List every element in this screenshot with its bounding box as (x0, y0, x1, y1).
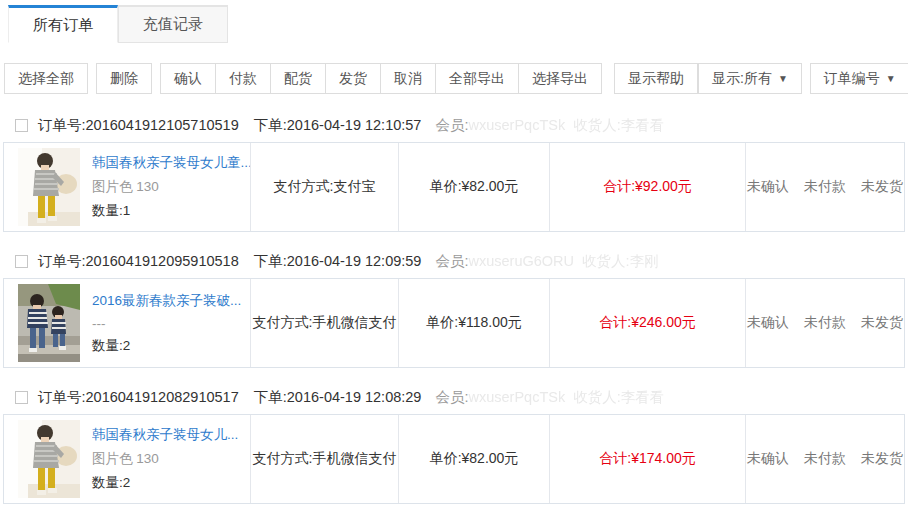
allocate-button[interactable]: 配货 (271, 63, 326, 94)
order-block: 订单号:2016041912082910517 下单:2016-04-19 12… (3, 380, 905, 504)
unit-price-cell: 单价:¥118.00元 (398, 279, 549, 367)
confirm-button[interactable]: 确认 (160, 63, 216, 94)
product-image[interactable] (18, 284, 80, 362)
order-placed-time: 下单:2016-04-19 12:08:29 (254, 388, 422, 407)
product-quantity: 数量:2 (92, 337, 241, 355)
tab-recharge-records[interactable]: 充值记录 (118, 5, 228, 43)
order-card: 韩国春秋亲子装母女儿童... 图片色 130 数量:1 支付方式:支付宝 单价:… (3, 142, 905, 232)
product-color: 图片色 130 (92, 178, 250, 196)
status-unshipped: 未发货 (861, 314, 903, 332)
payment-method-cell: 支付方式:手机微信支付 (250, 279, 398, 367)
status-unpaid: 未付款 (804, 314, 846, 332)
product-cell: 韩国春秋亲子装母女儿童... 图片色 130 数量:1 (4, 143, 250, 231)
order-block: 订单号:2016041912105710519 下单:2016-04-19 12… (3, 108, 905, 232)
order-card: 2016最新春款亲子装破... --- 数量:2 支付方式:手机微信支付 单价:… (3, 278, 905, 368)
product-info: 2016最新春款亲子装破... --- 数量:2 (92, 292, 241, 355)
export-all-button[interactable]: 全部导出 (436, 63, 519, 94)
status-cell: 未确认 未付款 未发货 (745, 415, 904, 503)
total-price-cell: 合计:¥246.00元 (549, 279, 745, 367)
order-number: 订单号:2016041912105710519 (38, 116, 239, 135)
toolbar: 选择全部 删除 确认 付款 配货 发货 取消 全部导出 选择导出 显示帮助 显示… (4, 63, 906, 94)
product-title-link[interactable]: 韩国春秋亲子装母女儿... (92, 426, 238, 444)
order-header: 订单号:2016041912095910518 下单:2016-04-19 12… (3, 244, 905, 278)
product-image[interactable] (18, 148, 80, 226)
order-checkbox[interactable] (15, 391, 28, 404)
show-filter-label: 显示:所有 (712, 64, 772, 93)
total-price-cell: 合计:¥174.00元 (549, 415, 745, 503)
show-help-button[interactable]: 显示帮助 (614, 63, 698, 94)
order-checkbox[interactable] (15, 119, 28, 132)
status-unshipped: 未发货 (861, 178, 903, 196)
order-list: 订单号:2016041912105710519 下单:2016-04-19 12… (0, 108, 908, 504)
show-filter-dropdown[interactable]: 显示:所有 ▼ (698, 63, 802, 94)
delete-button[interactable]: 删除 (96, 63, 152, 94)
chevron-down-icon: ▼ (778, 74, 788, 84)
ship-button[interactable]: 发货 (326, 63, 381, 94)
status-cell: 未确认 未付款 未发货 (745, 279, 904, 367)
order-receiver: 收货人:李看看 (573, 117, 664, 133)
product-color: --- (92, 316, 241, 331)
product-title-link[interactable]: 2016最新春款亲子装破... (92, 292, 241, 310)
product-quantity: 数量:1 (92, 202, 250, 220)
order-header: 订单号:2016041912082910517 下单:2016-04-19 12… (3, 380, 905, 414)
product-title-link[interactable]: 韩国春秋亲子装母女儿童... (92, 154, 250, 172)
order-placed-time: 下单:2016-04-19 12:09:59 (254, 252, 422, 271)
tab-bar: 所有订单 充值记录 (0, 5, 908, 43)
payment-method-cell: 支付方式:手机微信支付 (250, 415, 398, 503)
tab-all-orders[interactable]: 所有订单 (8, 5, 118, 43)
status-cell: 未确认 未付款 未发货 (745, 143, 904, 231)
payment-method-cell: 支付方式:支付宝 (250, 143, 398, 231)
order-receiver: 收货人:李刚 (582, 253, 659, 269)
order-block: 订单号:2016041912095910518 下单:2016-04-19 12… (3, 244, 905, 368)
pay-button[interactable]: 付款 (216, 63, 271, 94)
product-quantity: 数量:2 (92, 474, 238, 492)
product-cell: 韩国春秋亲子装母女儿... 图片色 130 数量:2 (4, 415, 250, 503)
order-number-filter-label: 订单编号 (824, 64, 880, 93)
order-number: 订单号:2016041912095910518 (38, 252, 239, 271)
product-cell: 2016最新春款亲子装破... --- 数量:2 (4, 279, 250, 367)
order-member: 会员:wxuserPqcTSk 收货人:李看看 (435, 116, 664, 135)
export-selected-button[interactable]: 选择导出 (519, 63, 602, 94)
order-member: 会员:wxuserPqcTSk 收货人:李看看 (435, 388, 664, 407)
status-unshipped: 未发货 (861, 450, 903, 468)
product-info: 韩国春秋亲子装母女儿... 图片色 130 数量:2 (92, 426, 238, 492)
status-unconfirmed: 未确认 (747, 178, 789, 196)
total-price-cell: 合计:¥92.00元 (549, 143, 745, 231)
unit-price-cell: 单价:¥82.00元 (398, 415, 549, 503)
order-number-filter-dropdown[interactable]: 订单编号 ▼ (810, 63, 908, 94)
order-receiver: 收货人:李看看 (573, 389, 664, 405)
status-unpaid: 未付款 (804, 178, 846, 196)
status-unconfirmed: 未确认 (747, 450, 789, 468)
order-member: 会员:wxuseruG6ORU 收货人:李刚 (435, 252, 658, 271)
order-header: 订单号:2016041912105710519 下单:2016-04-19 12… (3, 108, 905, 142)
product-image[interactable] (18, 420, 80, 498)
order-checkbox[interactable] (15, 255, 28, 268)
cancel-button[interactable]: 取消 (381, 63, 436, 94)
product-info: 韩国春秋亲子装母女儿童... 图片色 130 数量:1 (92, 154, 250, 220)
order-number: 订单号:2016041912082910517 (38, 388, 239, 407)
select-all-button[interactable]: 选择全部 (4, 63, 88, 94)
order-placed-time: 下单:2016-04-19 12:10:57 (254, 116, 422, 135)
chevron-down-icon: ▼ (886, 74, 896, 84)
product-color: 图片色 130 (92, 450, 238, 468)
status-unpaid: 未付款 (804, 450, 846, 468)
status-unconfirmed: 未确认 (747, 314, 789, 332)
order-card: 韩国春秋亲子装母女儿... 图片色 130 数量:2 支付方式:手机微信支付 单… (3, 414, 905, 504)
unit-price-cell: 单价:¥82.00元 (398, 143, 549, 231)
action-button-group: 确认 付款 配货 发货 取消 全部导出 选择导出 (160, 63, 602, 94)
